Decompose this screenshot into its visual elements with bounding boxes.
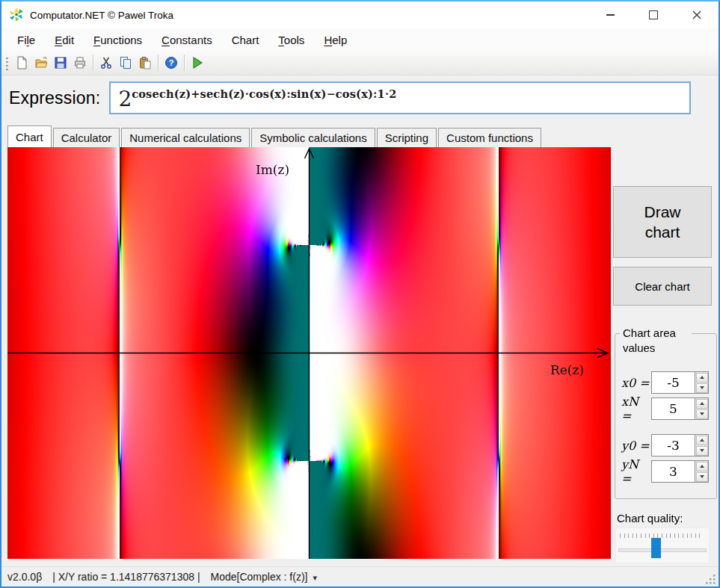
slider-track[interactable] (618, 548, 707, 552)
y0-label: y0 = (621, 439, 651, 453)
expression-label: Expression: (9, 88, 100, 108)
expression-superscript: cosech(z)+sech(z)·cos(x):sin(x)−cos(x):1… (132, 87, 396, 100)
run-icon (190, 55, 205, 70)
tab-calculator[interactable]: Calculator (53, 128, 120, 147)
status-bar: v2.0.0β | X/Y ratio = 1.1418776371308 | … (1, 566, 719, 587)
chart-side-panel: Draw chart Clear chart Chart area values… (611, 147, 720, 566)
minimize-icon (606, 14, 615, 16)
open-file-icon (34, 56, 48, 69)
app-window: Computator.NET © Pawel Troka File Edit F… (0, 0, 720, 588)
close-icon (692, 10, 701, 19)
menu-tools[interactable]: Tools (268, 31, 314, 49)
expression-base: 2 (118, 84, 132, 114)
chart-page: Im(z) Re(z) Draw chart Clear chart Chart… (1, 147, 719, 566)
tab-symbolic-calculations[interactable]: Symbolic calculations (251, 128, 375, 147)
spin-down-button[interactable] (696, 472, 708, 482)
spin-down-button[interactable] (696, 446, 708, 456)
spin-up-button[interactable] (696, 436, 708, 445)
x0-input[interactable] (651, 371, 695, 394)
toolbar-separator (158, 55, 159, 71)
slider-ticks (620, 533, 704, 538)
new-file-button[interactable] (12, 53, 31, 72)
close-button[interactable] (675, 1, 719, 28)
xy-ratio-label: | X/Y ratio = 1.1418776371308 | (52, 571, 200, 583)
y0-row: y0 = (615, 434, 716, 457)
spin-down-button[interactable] (696, 409, 708, 419)
spin-up-button[interactable] (696, 373, 708, 383)
x0-row: x0 = (615, 371, 716, 394)
xN-label: xN = (621, 394, 651, 423)
open-file-button[interactable] (31, 53, 51, 72)
window-title: Computator.NET © Pawel Troka (30, 10, 173, 21)
expression-input[interactable]: 2 cosech(z)+sech(z)·cos(x):sin(x)−cos(x)… (109, 81, 691, 114)
maximize-button[interactable] (632, 1, 675, 28)
save-button[interactable] (51, 53, 70, 72)
clear-chart-button[interactable]: Clear chart (613, 267, 712, 306)
complex-plot: Im(z) Re(z) (7, 147, 611, 559)
paste-button[interactable] (135, 53, 155, 72)
new-file-icon (15, 56, 28, 69)
menu-file[interactable]: File (7, 31, 45, 49)
menu-chart[interactable]: Chart (222, 31, 269, 49)
tab-strip: Chart Calculator Numerical calculations … (1, 126, 719, 147)
menu-constants[interactable]: Constants (152, 31, 222, 49)
xN-input[interactable] (651, 397, 695, 420)
down-arrow-icon (700, 386, 704, 389)
complex-plot-canvas[interactable] (7, 147, 611, 559)
x0-label: x0 = (621, 376, 651, 390)
app-icon (9, 7, 24, 22)
copy-icon (119, 56, 132, 69)
up-arrow-icon (700, 439, 704, 442)
tab-custom-functions[interactable]: Custom functions (438, 128, 541, 147)
help-button[interactable]: ? (161, 53, 181, 72)
slider-thumb[interactable] (651, 538, 661, 558)
spin-up-button[interactable] (696, 399, 708, 409)
xN-spinner (695, 397, 709, 420)
tab-numerical-calculations[interactable]: Numerical calculations (121, 128, 250, 147)
print-button[interactable] (70, 53, 90, 72)
paste-icon (138, 56, 152, 69)
menu-edit[interactable]: Edit (45, 31, 84, 49)
help-icon: ? (164, 56, 178, 69)
cut-button[interactable] (96, 53, 116, 72)
save-icon (54, 56, 67, 69)
y0-spinner (695, 434, 709, 457)
xN-row: xN = (615, 397, 716, 420)
yN-label: yN = (621, 457, 651, 486)
tab-scripting[interactable]: Scripting (377, 128, 437, 147)
down-arrow-icon (700, 449, 704, 452)
chart-area-values-group: Chart area values x0 = xN = (615, 333, 717, 499)
tab-chart[interactable]: Chart (7, 126, 52, 147)
menu-bar: File Edit Functions Constants Chart Tool… (1, 28, 719, 51)
mode-label: Mode[Complex : f(z)] (211, 571, 308, 583)
toolbar-grip[interactable] (6, 55, 8, 70)
yN-row: yN = (615, 460, 716, 483)
copy-button[interactable] (116, 53, 135, 72)
down-arrow-icon (700, 475, 704, 478)
chart-quality-label: Chart quality: (617, 512, 683, 524)
minimize-button[interactable] (588, 1, 632, 28)
spacer (1, 120, 719, 126)
chart-quality-slider[interactable] (615, 527, 710, 563)
window-controls (588, 1, 719, 28)
chart-area-values-title: Chart area values (620, 326, 692, 355)
print-icon (73, 56, 87, 69)
up-arrow-icon (700, 465, 704, 468)
run-button[interactable] (188, 53, 207, 72)
version-label: v2.0.0β (7, 571, 42, 583)
yN-input[interactable] (651, 460, 695, 483)
mode-dropdown[interactable]: Mode[Complex : f(z)]▾ (211, 571, 317, 583)
resize-grip[interactable] (706, 575, 716, 585)
spin-up-button[interactable] (696, 462, 708, 471)
x0-spinner (695, 371, 709, 394)
spin-down-button[interactable] (696, 383, 708, 393)
draw-chart-button[interactable]: Draw chart (613, 186, 712, 258)
menu-help[interactable]: Help (314, 31, 357, 49)
dropdown-caret-icon: ▾ (313, 573, 317, 582)
down-arrow-icon (700, 412, 704, 415)
menu-functions[interactable]: Functions (84, 31, 152, 49)
toolbar: ? (1, 51, 719, 75)
real-axis-label: Re(z) (550, 362, 584, 377)
y0-input[interactable] (651, 434, 695, 457)
imaginary-axis-label: Im(z) (256, 162, 289, 177)
